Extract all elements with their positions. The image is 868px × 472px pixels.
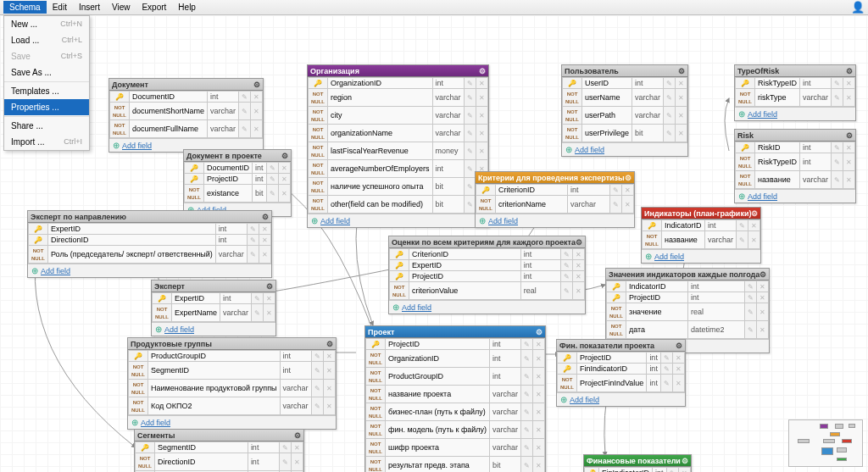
field-row[interactable]: 🔑ExpertIDint✎✕ xyxy=(29,224,271,235)
add-field-link[interactable]: Add field xyxy=(402,303,431,312)
delete-icon[interactable]: ✕ xyxy=(323,397,335,415)
edit-icon[interactable]: ✎ xyxy=(745,292,757,303)
field-row[interactable]: 🔑ExpertIDint✎✕ xyxy=(390,260,585,271)
field-row[interactable]: NOTNULLdocumentShortNamevarchar✎✕ xyxy=(110,103,263,120)
gear-icon[interactable]: ⚙ xyxy=(760,270,766,279)
field-row[interactable]: 🔑ProjectIDint✎✕ xyxy=(185,174,291,185)
field-row[interactable]: 🔑ExpertIDint✎✕ xyxy=(153,293,275,304)
field-row[interactable]: NOTNULLRiskTypeIDint✎✕ xyxy=(736,153,855,171)
delete-icon[interactable]: ✕ xyxy=(264,304,275,322)
edit-icon[interactable]: ✎ xyxy=(311,351,323,362)
edit-icon[interactable]: ✎ xyxy=(311,397,323,415)
field-row[interactable]: NOTNULLcriterionValuereal✎✕ xyxy=(390,282,585,300)
menu-item-saveas[interactable]: Save As ... xyxy=(4,64,89,81)
field-row[interactable]: NOTNULLcriterionNamevarchar✎✕ xyxy=(476,196,634,214)
edit-icon[interactable]: ✎ xyxy=(266,163,278,174)
table-expert[interactable]: Эксперт⚙🔑ExpertIDint✎✕NOTNULLExpertNamev… xyxy=(151,280,276,336)
edit-icon[interactable]: ✎ xyxy=(311,362,323,380)
edit-icon[interactable]: ✎ xyxy=(279,442,291,453)
edit-icon[interactable]: ✎ xyxy=(266,174,278,185)
delete-icon[interactable]: ✕ xyxy=(476,78,487,89)
add-field-link[interactable]: Add field xyxy=(748,192,777,201)
edit-icon[interactable]: ✎ xyxy=(745,303,757,321)
gear-icon[interactable]: ⚙ xyxy=(479,67,486,75)
table-expertdir[interactable]: Эксперт по направлению⚙🔑ExpertIDint✎✕🔑Di… xyxy=(27,210,272,278)
table-header[interactable]: Документ⚙ xyxy=(109,79,263,91)
add-field-link[interactable]: Add field xyxy=(164,325,194,334)
delete-icon[interactable]: ✕ xyxy=(572,282,584,300)
edit-icon[interactable]: ✎ xyxy=(664,125,676,142)
delete-icon[interactable]: ✕ xyxy=(843,78,855,89)
delete-icon[interactable]: ✕ xyxy=(678,468,690,473)
delete-icon[interactable]: ✕ xyxy=(476,142,487,160)
edit-icon[interactable]: ✎ xyxy=(521,368,533,386)
menu-item-share[interactable]: Share ... xyxy=(4,118,89,134)
delete-icon[interactable]: ✕ xyxy=(291,453,303,471)
delete-icon[interactable]: ✕ xyxy=(757,281,769,292)
gear-icon[interactable]: ⚙ xyxy=(326,340,333,348)
edit-icon[interactable]: ✎ xyxy=(464,178,476,196)
add-field-link[interactable]: Add field xyxy=(570,396,599,404)
edit-icon[interactable]: ✎ xyxy=(560,249,572,260)
delete-icon[interactable]: ✕ xyxy=(259,224,270,235)
edit-icon[interactable]: ✎ xyxy=(252,304,264,322)
edit-icon[interactable]: ✎ xyxy=(560,260,572,271)
delete-icon[interactable]: ✕ xyxy=(843,153,855,171)
edit-icon[interactable]: ✎ xyxy=(247,246,259,264)
delete-icon[interactable]: ✕ xyxy=(278,185,290,203)
edit-icon[interactable]: ✎ xyxy=(521,386,533,403)
add-field-link[interactable]: Add field xyxy=(488,217,518,225)
field-row[interactable]: 🔑CriterionIDint✎✕ xyxy=(390,249,585,260)
delete-icon[interactable]: ✕ xyxy=(672,375,684,392)
edit-icon[interactable]: ✎ xyxy=(737,220,748,231)
field-row[interactable]: 🔑ProjectIDint✎✕ xyxy=(607,292,769,303)
delete-icon[interactable]: ✕ xyxy=(259,246,270,264)
field-row[interactable]: NOTNULLSegmentIDint✎✕ xyxy=(129,362,336,380)
add-field-link[interactable]: Add field xyxy=(575,146,604,154)
edit-icon[interactable]: ✎ xyxy=(266,185,278,203)
field-row[interactable]: 🔑OrganizationIDint✎✕ xyxy=(309,78,488,89)
field-row[interactable]: NOTNULLProductGroupIDint✎✕ xyxy=(366,368,545,386)
edit-icon[interactable]: ✎ xyxy=(239,92,251,103)
edit-icon[interactable]: ✎ xyxy=(560,282,572,300)
field-row[interactable]: NOTNULLexistancebit✎✕ xyxy=(185,185,291,203)
field-row[interactable]: NOTNULLфин. модель (путь к файлу)varchar… xyxy=(366,421,545,439)
delete-icon[interactable]: ✕ xyxy=(757,292,769,303)
menu-edit[interactable]: Edit xyxy=(47,1,73,14)
table-user[interactable]: Пользователь⚙🔑UserIDint✎✕NOTNULLuserName… xyxy=(561,64,688,157)
field-row[interactable]: NOTNULLlastFiscalYearRevenuemoney✎✕ xyxy=(309,142,488,160)
field-row[interactable]: 🔑DocumentIDint✎✕ xyxy=(185,163,291,174)
delete-icon[interactable]: ✕ xyxy=(621,196,633,214)
gear-icon[interactable]: ⚙ xyxy=(678,67,685,75)
edit-icon[interactable]: ✎ xyxy=(832,153,843,171)
edit-icon[interactable]: ✎ xyxy=(664,89,676,107)
delete-icon[interactable]: ✕ xyxy=(621,185,633,196)
table-header[interactable]: Значения индикаторов каждые полгода⚙ xyxy=(606,269,769,280)
delete-icon[interactable]: ✕ xyxy=(748,220,760,231)
table-header[interactable]: Продуктовые группы⚙ xyxy=(128,338,336,350)
add-field-link[interactable]: Add field xyxy=(141,419,170,427)
field-row[interactable]: NOTNULLaverageNumberOfEmployersint✎✕ xyxy=(309,160,488,178)
delete-icon[interactable]: ✕ xyxy=(533,368,545,386)
delete-icon[interactable]: ✕ xyxy=(278,163,290,174)
field-row[interactable]: 🔑UserIDint✎✕ xyxy=(563,78,687,89)
field-row[interactable]: NOTNULLOrganizationIDint✎✕ xyxy=(366,350,545,368)
edit-icon[interactable]: ✎ xyxy=(609,185,621,196)
field-row[interactable]: NOTNULLрезультат предв. этапаbit✎✕ xyxy=(366,457,545,473)
delete-icon[interactable]: ✕ xyxy=(533,421,545,439)
field-row[interactable]: NOTNULLuserPrivilegebit✎✕ xyxy=(563,125,687,142)
gear-icon[interactable]: ⚙ xyxy=(281,152,288,160)
field-row[interactable]: NOTNULLuserPathvarchar✎✕ xyxy=(563,107,687,125)
add-field-link[interactable]: Add field xyxy=(41,267,70,275)
field-row[interactable]: NOTNULLналичие успешного опытаbit✎✕ xyxy=(309,178,488,196)
delete-icon[interactable]: ✕ xyxy=(572,260,584,271)
field-row[interactable]: NOTNULLназваниеvarchar✎✕ xyxy=(736,171,855,189)
table-project[interactable]: Проект⚙🔑ProjectIDint✎✕NOTNULLOrganizatio… xyxy=(364,325,546,472)
field-row[interactable]: NOTNULLProjectFinIndValueint✎✕ xyxy=(558,375,685,392)
edit-icon[interactable]: ✎ xyxy=(660,375,672,392)
field-row[interactable]: 🔑DocumentIDint✎✕ xyxy=(110,92,263,103)
edit-icon[interactable]: ✎ xyxy=(521,457,533,473)
table-header[interactable]: Risk⚙ xyxy=(735,130,855,142)
table-header[interactable]: Организация⚙ xyxy=(308,65,488,77)
field-row[interactable]: 🔑SegmentIDint✎✕ xyxy=(136,442,303,453)
